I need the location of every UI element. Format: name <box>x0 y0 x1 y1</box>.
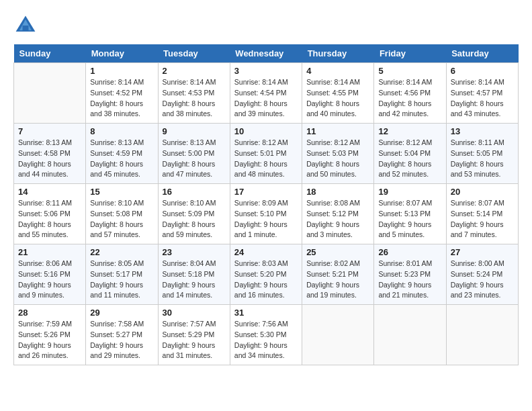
calendar-cell: 5Sunrise: 8:14 AMSunset: 4:56 PMDaylight… <box>374 63 446 124</box>
day-number: 5 <box>378 66 441 76</box>
day-info: Sunrise: 8:13 AMSunset: 4:58 PMDaylight:… <box>18 138 81 180</box>
day-number: 16 <box>163 187 226 197</box>
day-number: 13 <box>451 126 514 136</box>
day-info: Sunrise: 8:14 AMSunset: 4:53 PMDaylight:… <box>163 77 226 120</box>
calendar-cell: 23Sunrise: 8:04 AMSunset: 5:18 PMDayligh… <box>158 244 230 305</box>
day-number: 27 <box>451 247 514 257</box>
calendar-cell: 29Sunrise: 7:58 AMSunset: 5:27 PMDayligh… <box>86 305 158 365</box>
day-number: 25 <box>306 247 369 257</box>
day-number: 3 <box>234 66 298 76</box>
day-info: Sunrise: 8:12 AMSunset: 5:03 PMDaylight:… <box>306 138 369 180</box>
calendar-week-row: 28Sunrise: 7:59 AMSunset: 5:26 PMDayligh… <box>14 305 519 365</box>
day-header-monday: Monday <box>86 44 158 63</box>
day-info: Sunrise: 8:01 AMSunset: 5:23 PMDaylight:… <box>378 259 441 301</box>
calendar-cell: 8Sunrise: 8:13 AMSunset: 4:59 PMDaylight… <box>86 124 158 184</box>
day-info: Sunrise: 8:13 AMSunset: 5:00 PMDaylight:… <box>163 138 226 180</box>
day-number: 19 <box>378 187 441 197</box>
day-info: Sunrise: 8:14 AMSunset: 4:56 PMDaylight:… <box>378 77 441 120</box>
day-number: 15 <box>90 187 153 197</box>
calendar-cell: 3Sunrise: 8:14 AMSunset: 4:54 PMDaylight… <box>230 63 302 124</box>
day-number: 10 <box>234 126 298 136</box>
day-number: 29 <box>90 308 153 318</box>
calendar-cell: 30Sunrise: 7:57 AMSunset: 5:29 PMDayligh… <box>158 305 230 365</box>
day-info: Sunrise: 8:04 AMSunset: 5:18 PMDaylight:… <box>163 259 226 301</box>
day-number: 8 <box>90 126 153 136</box>
day-info: Sunrise: 7:59 AMSunset: 5:26 PMDaylight:… <box>18 319 81 361</box>
day-number: 17 <box>234 187 298 197</box>
calendar-cell: 11Sunrise: 8:12 AMSunset: 5:03 PMDayligh… <box>302 124 374 184</box>
calendar-header-row: SundayMondayTuesdayWednesdayThursdayFrid… <box>14 44 519 63</box>
day-info: Sunrise: 8:05 AMSunset: 5:17 PMDaylight:… <box>90 259 153 301</box>
calendar-cell: 16Sunrise: 8:10 AMSunset: 5:09 PMDayligh… <box>158 184 230 244</box>
day-number: 11 <box>306 126 369 136</box>
calendar-cell: 14Sunrise: 8:11 AMSunset: 5:06 PMDayligh… <box>14 184 86 244</box>
day-number: 1 <box>90 66 153 76</box>
day-number: 20 <box>451 187 514 197</box>
calendar-cell: 9Sunrise: 8:13 AMSunset: 5:00 PMDaylight… <box>158 124 230 184</box>
svg-rect-2 <box>23 26 29 32</box>
day-header-thursday: Thursday <box>302 44 374 63</box>
day-info: Sunrise: 8:03 AMSunset: 5:20 PMDaylight:… <box>234 259 298 301</box>
calendar-cell: 10Sunrise: 8:12 AMSunset: 5:01 PMDayligh… <box>230 124 302 184</box>
calendar-cell <box>374 305 446 365</box>
day-info: Sunrise: 7:58 AMSunset: 5:27 PMDaylight:… <box>90 319 153 361</box>
day-info: Sunrise: 8:11 AMSunset: 5:06 PMDaylight:… <box>18 198 81 240</box>
page-header <box>13 13 519 38</box>
day-number: 6 <box>451 66 514 76</box>
calendar-table: SundayMondayTuesdayWednesdayThursdayFrid… <box>13 44 519 365</box>
calendar-cell: 17Sunrise: 8:09 AMSunset: 5:10 PMDayligh… <box>230 184 302 244</box>
day-info: Sunrise: 8:10 AMSunset: 5:09 PMDaylight:… <box>163 198 226 240</box>
calendar-week-row: 21Sunrise: 8:06 AMSunset: 5:16 PMDayligh… <box>14 244 519 305</box>
day-number: 24 <box>234 247 298 257</box>
day-number: 9 <box>163 126 226 136</box>
day-number: 7 <box>18 126 81 136</box>
calendar-cell: 13Sunrise: 8:11 AMSunset: 5:05 PMDayligh… <box>446 124 518 184</box>
calendar-week-row: 1Sunrise: 8:14 AMSunset: 4:52 PMDaylight… <box>14 63 519 124</box>
calendar-cell: 27Sunrise: 8:00 AMSunset: 5:24 PMDayligh… <box>446 244 518 305</box>
day-number: 14 <box>18 187 81 197</box>
calendar-week-row: 14Sunrise: 8:11 AMSunset: 5:06 PMDayligh… <box>14 184 519 244</box>
day-info: Sunrise: 8:14 AMSunset: 4:52 PMDaylight:… <box>90 77 153 120</box>
calendar-cell: 24Sunrise: 8:03 AMSunset: 5:20 PMDayligh… <box>230 244 302 305</box>
calendar-cell: 12Sunrise: 8:12 AMSunset: 5:04 PMDayligh… <box>374 124 446 184</box>
day-info: Sunrise: 8:09 AMSunset: 5:10 PMDaylight:… <box>234 198 298 240</box>
calendar-cell <box>446 305 518 365</box>
day-header-friday: Friday <box>374 44 446 63</box>
day-number: 28 <box>18 308 81 318</box>
day-header-sunday: Sunday <box>14 44 86 63</box>
day-number: 21 <box>18 247 81 257</box>
calendar-cell: 31Sunrise: 7:56 AMSunset: 5:30 PMDayligh… <box>230 305 302 365</box>
logo <box>13 13 40 38</box>
calendar-cell: 21Sunrise: 8:06 AMSunset: 5:16 PMDayligh… <box>14 244 86 305</box>
day-number: 18 <box>306 187 369 197</box>
day-number: 31 <box>234 308 298 318</box>
calendar-cell <box>302 305 374 365</box>
day-info: Sunrise: 8:07 AMSunset: 5:13 PMDaylight:… <box>378 198 441 240</box>
calendar-cell: 1Sunrise: 8:14 AMSunset: 4:52 PMDaylight… <box>86 63 158 124</box>
day-number: 4 <box>306 66 369 76</box>
day-info: Sunrise: 8:07 AMSunset: 5:14 PMDaylight:… <box>451 198 514 240</box>
calendar-week-row: 7Sunrise: 8:13 AMSunset: 4:58 PMDaylight… <box>14 124 519 184</box>
day-header-wednesday: Wednesday <box>230 44 302 63</box>
day-info: Sunrise: 7:57 AMSunset: 5:29 PMDaylight:… <box>163 319 226 361</box>
day-info: Sunrise: 8:12 AMSunset: 5:01 PMDaylight:… <box>234 138 298 180</box>
calendar-cell: 15Sunrise: 8:10 AMSunset: 5:08 PMDayligh… <box>86 184 158 244</box>
calendar-cell <box>14 63 86 124</box>
day-number: 26 <box>378 247 441 257</box>
day-header-saturday: Saturday <box>446 44 518 63</box>
day-info: Sunrise: 8:13 AMSunset: 4:59 PMDaylight:… <box>90 138 153 180</box>
calendar-cell: 18Sunrise: 8:08 AMSunset: 5:12 PMDayligh… <box>302 184 374 244</box>
calendar-cell: 4Sunrise: 8:14 AMSunset: 4:55 PMDaylight… <box>302 63 374 124</box>
day-number: 12 <box>378 126 441 136</box>
calendar-cell: 28Sunrise: 7:59 AMSunset: 5:26 PMDayligh… <box>14 305 86 365</box>
day-info: Sunrise: 8:08 AMSunset: 5:12 PMDaylight:… <box>306 198 369 240</box>
day-number: 22 <box>90 247 153 257</box>
day-number: 30 <box>163 308 226 318</box>
calendar-cell: 22Sunrise: 8:05 AMSunset: 5:17 PMDayligh… <box>86 244 158 305</box>
calendar-cell: 25Sunrise: 8:02 AMSunset: 5:21 PMDayligh… <box>302 244 374 305</box>
day-info: Sunrise: 8:11 AMSunset: 5:05 PMDaylight:… <box>451 138 514 180</box>
day-number: 23 <box>163 247 226 257</box>
day-info: Sunrise: 8:02 AMSunset: 5:21 PMDaylight:… <box>306 259 369 301</box>
day-info: Sunrise: 8:14 AMSunset: 4:57 PMDaylight:… <box>451 77 514 120</box>
calendar-cell: 6Sunrise: 8:14 AMSunset: 4:57 PMDaylight… <box>446 63 518 124</box>
